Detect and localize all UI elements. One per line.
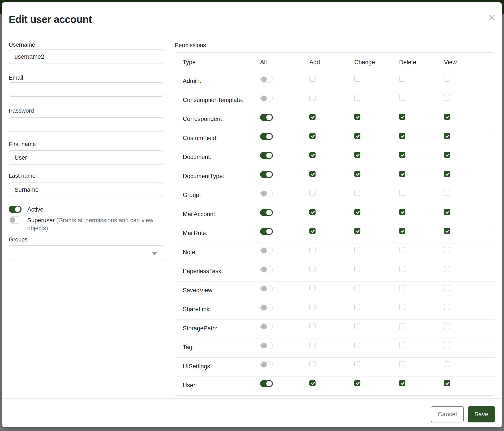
permission-delete-checkbox[interactable]: [399, 133, 405, 139]
permission-change-checkbox[interactable]: [354, 285, 360, 291]
permission-delete-checkbox[interactable]: [399, 228, 405, 234]
permission-all-toggle[interactable]: [260, 342, 273, 349]
permission-add-checkbox[interactable]: [309, 361, 315, 367]
permission-delete-checkbox[interactable]: [399, 152, 405, 158]
permission-change-checkbox[interactable]: [354, 342, 360, 348]
permission-all-toggle[interactable]: [260, 228, 273, 235]
permission-view-checkbox[interactable]: [444, 114, 450, 120]
permission-all-toggle[interactable]: [260, 95, 273, 102]
permission-change-checkbox[interactable]: [354, 361, 360, 367]
permission-all-toggle[interactable]: [260, 152, 273, 159]
permission-all-toggle[interactable]: [260, 171, 273, 178]
password-input[interactable]: [9, 117, 163, 132]
permission-add-checkbox[interactable]: [309, 285, 315, 291]
permission-change-checkbox[interactable]: [354, 228, 360, 234]
active-toggle[interactable]: [9, 206, 22, 213]
permission-view-checkbox[interactable]: [444, 285, 450, 291]
permission-all-toggle[interactable]: [260, 76, 273, 83]
permission-view-checkbox[interactable]: [444, 342, 450, 348]
permission-add-checkbox[interactable]: [309, 247, 315, 253]
permission-add-checkbox[interactable]: [309, 323, 315, 329]
permission-add-checkbox[interactable]: [309, 266, 315, 272]
permission-delete-checkbox[interactable]: [399, 361, 405, 367]
last-name-input[interactable]: [9, 182, 163, 197]
permission-add-checkbox[interactable]: [309, 95, 315, 101]
permission-all-toggle[interactable]: [260, 247, 273, 254]
permission-change-checkbox[interactable]: [354, 380, 360, 386]
permission-change-checkbox[interactable]: [354, 247, 360, 253]
permission-view-checkbox[interactable]: [444, 304, 450, 310]
permission-delete-checkbox[interactable]: [399, 285, 405, 291]
permission-add-checkbox[interactable]: [309, 380, 315, 386]
toggle-knob: [261, 305, 267, 310]
permission-change-checkbox[interactable]: [354, 209, 360, 215]
superuser-toggle[interactable]: [9, 216, 22, 224]
permission-view-checkbox[interactable]: [444, 266, 450, 272]
permission-view-checkbox[interactable]: [444, 209, 450, 215]
permission-delete-checkbox[interactable]: [399, 247, 405, 253]
permission-add-checkbox[interactable]: [309, 304, 315, 310]
permission-view-checkbox[interactable]: [444, 95, 450, 101]
permission-change-checkbox[interactable]: [354, 323, 360, 329]
username-input[interactable]: [9, 49, 163, 64]
permission-change-checkbox[interactable]: [354, 95, 360, 101]
permission-all-toggle[interactable]: [260, 190, 273, 197]
permission-view-checkbox[interactable]: [444, 76, 450, 82]
save-button[interactable]: Save: [468, 406, 495, 422]
permission-add-checkbox[interactable]: [309, 114, 315, 120]
permission-view-checkbox[interactable]: [444, 228, 450, 234]
permission-delete-checkbox[interactable]: [399, 95, 405, 101]
first-name-input[interactable]: [9, 150, 163, 165]
permission-all-toggle[interactable]: [260, 266, 273, 273]
permission-change-checkbox[interactable]: [354, 133, 360, 139]
permission-delete-checkbox[interactable]: [399, 380, 405, 386]
permission-delete-checkbox[interactable]: [399, 266, 405, 272]
permission-view-checkbox[interactable]: [444, 247, 450, 253]
permission-delete-checkbox[interactable]: [399, 342, 405, 348]
permission-view-checkbox[interactable]: [444, 133, 450, 139]
permission-delete-checkbox[interactable]: [399, 323, 405, 329]
permission-all-toggle[interactable]: [260, 285, 273, 292]
close-icon: [488, 14, 496, 22]
close-button[interactable]: [487, 13, 497, 22]
permission-all-toggle[interactable]: [260, 380, 273, 387]
permission-view-checkbox[interactable]: [444, 323, 450, 329]
permission-view-checkbox[interactable]: [444, 171, 450, 177]
permission-view-checkbox[interactable]: [444, 152, 450, 158]
permission-row: MailRule:: [175, 224, 495, 243]
permission-all-toggle[interactable]: [260, 114, 273, 121]
permission-all-toggle[interactable]: [260, 304, 273, 311]
permission-all-toggle[interactable]: [260, 361, 273, 368]
permission-change-checkbox[interactable]: [354, 171, 360, 177]
permission-all-toggle[interactable]: [260, 323, 273, 330]
permission-view-checkbox[interactable]: [444, 380, 450, 386]
permission-change-checkbox[interactable]: [354, 190, 360, 196]
permission-add-checkbox[interactable]: [309, 209, 315, 215]
permission-all-toggle[interactable]: [260, 209, 273, 216]
permission-delete-checkbox[interactable]: [399, 171, 405, 177]
permission-delete-checkbox[interactable]: [399, 114, 405, 120]
permission-add-checkbox[interactable]: [309, 228, 315, 234]
email-input[interactable]: [9, 82, 163, 97]
permission-add-checkbox[interactable]: [309, 133, 315, 139]
permission-delete-checkbox[interactable]: [399, 76, 405, 82]
permission-view-checkbox[interactable]: [444, 361, 450, 367]
permission-delete-checkbox[interactable]: [399, 209, 405, 215]
permission-change-checkbox[interactable]: [354, 114, 360, 120]
permission-change-checkbox[interactable]: [354, 266, 360, 272]
permission-delete-checkbox[interactable]: [399, 190, 405, 196]
permission-all-toggle[interactable]: [260, 133, 273, 140]
permission-change-checkbox[interactable]: [354, 152, 360, 158]
permission-change-checkbox[interactable]: [354, 304, 360, 310]
permission-add-checkbox[interactable]: [309, 171, 315, 177]
permission-change-checkbox[interactable]: [354, 76, 360, 82]
permission-add-checkbox[interactable]: [309, 342, 315, 348]
permission-add-checkbox[interactable]: [309, 190, 315, 196]
permission-add-checkbox[interactable]: [309, 152, 315, 158]
permission-add-checkbox[interactable]: [309, 76, 315, 82]
permission-view-checkbox[interactable]: [444, 190, 450, 196]
permission-delete-checkbox[interactable]: [399, 304, 405, 310]
groups-select[interactable]: [9, 245, 163, 261]
toggle-knob: [261, 191, 267, 196]
cancel-button[interactable]: Cancel: [431, 406, 464, 422]
